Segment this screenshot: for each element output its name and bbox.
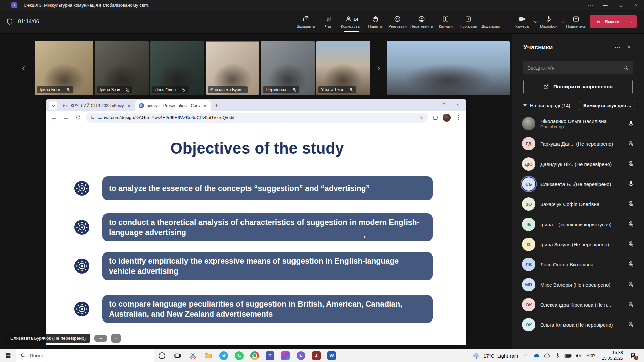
weather-widget[interactable]: 17°C Light rain bbox=[472, 351, 518, 360]
leave-options-chevron[interactable] bbox=[625, 20, 637, 23]
browser-maximize-button[interactable]: □ bbox=[437, 100, 451, 109]
microphone-button[interactable]: Мікрофон bbox=[539, 11, 558, 32]
clock[interactable]: 15:38 15.05.2025 bbox=[602, 350, 623, 361]
tab-close-icon[interactable]: × bbox=[126, 103, 132, 108]
mic-options-chevron[interactable] bbox=[558, 15, 566, 28]
new-tab-button[interactable]: + bbox=[212, 101, 221, 110]
window-more-icon[interactable] bbox=[582, 0, 598, 10]
video-tile[interactable]: Ірина Зозу... bbox=[95, 41, 149, 95]
panel-more-icon[interactable] bbox=[612, 42, 623, 52]
viber-icon[interactable] bbox=[293, 349, 309, 362]
browser-minimize-button[interactable]: — bbox=[424, 100, 437, 109]
participant-row[interactable]: ІЗ Ірина Зозуля (Не перевірено) bbox=[512, 234, 644, 254]
window-minimize-button[interactable]: — bbox=[598, 0, 613, 10]
strip-next-icon[interactable]: › bbox=[375, 61, 382, 74]
video-tile[interactable]: Лось Олен... bbox=[150, 41, 204, 95]
overlay-minus-button[interactable]: − bbox=[94, 335, 107, 342]
onedrive-icon[interactable] bbox=[533, 349, 541, 362]
start-button[interactable] bbox=[0, 349, 16, 362]
mic-off-icon[interactable] bbox=[627, 261, 635, 268]
participant-row[interactable]: МВ Міюс Валерія (Не перевірено) bbox=[512, 275, 644, 295]
language-indicator[interactable]: УКР bbox=[585, 349, 597, 362]
participant-row[interactable]: ЗО Захарчук Софія Олегівна bbox=[512, 194, 644, 214]
participant-row[interactable]: ГД Гаркуша Дан... (Не перевірено) bbox=[512, 134, 644, 154]
mic-off-icon[interactable] bbox=[627, 321, 635, 328]
whatsapp-icon[interactable] bbox=[231, 349, 247, 362]
site-info-icon[interactable] bbox=[90, 115, 95, 120]
snipping-tool-icon[interactable] bbox=[185, 349, 201, 362]
strip-prev-icon[interactable]: ‹ bbox=[20, 61, 28, 74]
back-icon[interactable]: ← bbox=[49, 113, 59, 122]
browser-tab-gmail[interactable]: КРУГЛИЙ СТІЛ-2025 «Комунік × bbox=[59, 100, 135, 111]
video-tile[interactable]: Ушата Тетя... bbox=[316, 41, 370, 95]
video-tile-wide[interactable] bbox=[387, 41, 510, 95]
mic-off-icon[interactable] bbox=[627, 200, 635, 208]
camera-button[interactable]: Камера bbox=[512, 11, 532, 32]
view-button[interactable]: Переглянути bbox=[410, 11, 433, 32]
unpin-button[interactable]: Відкріпити bbox=[296, 11, 316, 32]
participant-search-input[interactable] bbox=[527, 65, 623, 71]
share-button[interactable]: Поділитися bbox=[566, 11, 586, 32]
volume-icon[interactable] bbox=[574, 349, 582, 362]
tray-expand-chevron[interactable] bbox=[522, 349, 530, 362]
mic-on-icon[interactable] bbox=[627, 180, 635, 188]
share-invite-button[interactable]: Поширити запрошення bbox=[523, 80, 633, 94]
show-desktop-divider[interactable] bbox=[642, 351, 642, 360]
mic-off-icon[interactable] bbox=[627, 160, 635, 168]
mute-all-button[interactable]: Вимкнути звук для ... bbox=[579, 101, 635, 110]
leave-button[interactable]: Вийти bbox=[590, 15, 637, 28]
participant-row-speaking[interactable]: ЄБ Єлизавета Б...(Не перевірено) bbox=[512, 174, 644, 194]
participant-row[interactable]: ІБ Ірина... (зовнішній користувач) bbox=[512, 214, 644, 234]
task-view-icon[interactable] bbox=[170, 349, 185, 362]
mic-off-icon[interactable] bbox=[627, 140, 635, 147]
panel-close-icon[interactable]: × bbox=[623, 42, 635, 52]
overlay-plus-button[interactable]: + bbox=[111, 334, 121, 343]
tab-close-icon[interactable]: × bbox=[202, 103, 208, 108]
mic-off-icon[interactable] bbox=[627, 241, 635, 248]
telegram-icon[interactable] bbox=[216, 349, 231, 362]
more-button[interactable]: Додатково bbox=[481, 11, 500, 32]
chat-button[interactable]: Чат bbox=[319, 11, 338, 32]
video-tile[interactable]: Ірина Боги... bbox=[35, 41, 93, 95]
photos-icon[interactable] bbox=[278, 349, 293, 362]
mic-on-icon[interactable] bbox=[627, 120, 635, 127]
participant-row[interactable]: ДЮ Давидчук Вік...(Не перевірено) bbox=[512, 154, 644, 174]
window-maximize-button[interactable]: □ bbox=[613, 0, 629, 10]
raise-hand-button[interactable]: Підняти bbox=[365, 11, 385, 32]
participant-search[interactable] bbox=[523, 61, 633, 74]
side-panel-icon[interactable] bbox=[431, 113, 440, 122]
forward-icon[interactable]: → bbox=[61, 113, 71, 122]
cortana-icon[interactable] bbox=[154, 349, 170, 362]
chrome-icon[interactable] bbox=[247, 349, 262, 362]
video-tile-speaking[interactable]: Єлизавета Буря... bbox=[206, 41, 259, 95]
video-tile[interactable]: Пермінова... bbox=[261, 41, 315, 95]
tab-search-chevron[interactable] bbox=[49, 101, 57, 110]
mic-off-icon[interactable] bbox=[627, 221, 635, 228]
window-close-button[interactable]: × bbox=[629, 0, 644, 10]
mic-off-icon[interactable] bbox=[627, 301, 635, 308]
file-explorer-icon[interactable] bbox=[201, 349, 216, 362]
participants-button[interactable]: 14 Користувачі bbox=[341, 11, 362, 32]
tray-mic-icon[interactable] bbox=[553, 349, 561, 362]
taskbar-search-input[interactable] bbox=[30, 353, 130, 358]
rooms-button[interactable]: Кімнати bbox=[436, 11, 455, 32]
browser-menu-icon[interactable] bbox=[453, 113, 463, 122]
cloud-sync-icon[interactable] bbox=[543, 349, 551, 362]
bookmark-star-icon[interactable]: ☆ bbox=[419, 114, 424, 121]
participant-row[interactable]: ОК Олександра Кірсанова (Не п... bbox=[512, 295, 644, 315]
battery-icon[interactable] bbox=[564, 349, 572, 362]
teams-icon[interactable]: T bbox=[262, 349, 278, 362]
meeting-app-icon[interactable] bbox=[309, 349, 324, 362]
browser-profile-avatar[interactable] bbox=[443, 114, 451, 122]
action-center-icon[interactable]: 1 bbox=[628, 349, 638, 362]
section-caret-icon[interactable] bbox=[523, 104, 527, 107]
mic-off-icon[interactable] bbox=[627, 281, 635, 288]
word-icon[interactable]: W bbox=[324, 349, 339, 362]
apps-button[interactable]: Програми bbox=[459, 11, 478, 32]
browser-tab-canva[interactable]: C виступ - Presentation - Canva × bbox=[135, 100, 211, 111]
participant-row[interactable]: Ніколаєнко Ольга ВасилівнаОрганізатор bbox=[512, 114, 644, 134]
react-button[interactable]: Реагувати bbox=[388, 11, 407, 32]
reload-icon[interactable] bbox=[73, 113, 83, 122]
taskbar-search[interactable] bbox=[16, 349, 154, 362]
participant-row[interactable]: ЛВ Лось Олена Вікторівна bbox=[512, 254, 644, 275]
